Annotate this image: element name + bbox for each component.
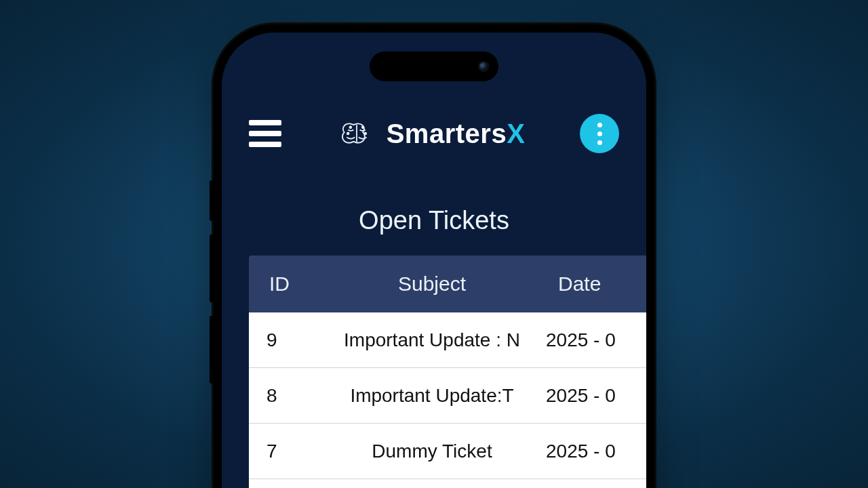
phone-frame: SmartersX Open Tickets ID Subject Date 9…: [214, 24, 654, 488]
table-row[interactable]: 7Dummy Ticket2025 - 0: [249, 424, 646, 479]
table-row[interactable]: 8Important Update:T2025 - 0: [249, 368, 646, 424]
table-header: ID Subject Date: [249, 256, 646, 312]
svg-point-0: [349, 126, 351, 128]
column-header-date: Date: [540, 272, 646, 296]
cell-id: 9: [249, 329, 323, 351]
dots-vertical-icon: [597, 131, 602, 136]
table-body: 9Important Update : N2025 - 08Important …: [249, 312, 646, 488]
app-title-part2: X: [507, 119, 525, 148]
cell-subject: Important Update : N: [323, 329, 540, 351]
section-title: Open Tickets: [222, 206, 646, 235]
tickets-table: ID Subject Date 9Important Update : N202…: [249, 256, 646, 488]
cell-subject: Dummy Ticket: [323, 441, 540, 462]
front-camera: [478, 61, 489, 72]
app-brand: SmartersX: [336, 119, 526, 149]
svg-point-2: [347, 133, 349, 135]
dots-vertical-icon: [597, 123, 602, 127]
svg-point-1: [361, 126, 363, 128]
table-row[interactable]: 9Important Update : N2025 - 0: [249, 312, 646, 368]
side-button: [210, 316, 214, 384]
cell-date: 2025 - 0: [540, 385, 646, 407]
app-title: SmartersX: [387, 119, 526, 149]
phone-screen: SmartersX Open Tickets ID Subject Date 9…: [222, 33, 646, 488]
column-header-id: ID: [249, 272, 323, 296]
cell-id: 7: [249, 441, 323, 462]
app-title-part1: Smarters: [387, 119, 507, 148]
svg-point-3: [364, 133, 366, 135]
side-button: [210, 180, 214, 221]
side-button: [210, 235, 214, 302]
dynamic-island: [370, 52, 498, 81]
table-row[interactable]: 6Dummy Ticket2025 - 0: [249, 479, 646, 488]
cell-date: 2025 - 0: [540, 441, 646, 462]
cell-subject: Important Update:T: [323, 385, 540, 407]
cell-date: 2025 - 0: [540, 329, 646, 351]
brain-icon: [336, 119, 377, 148]
app-header: SmartersX: [222, 33, 646, 153]
column-header-subject: Subject: [323, 272, 540, 296]
hamburger-menu-icon[interactable]: [249, 120, 281, 147]
cell-id: 8: [249, 385, 323, 407]
more-options-button[interactable]: [580, 114, 619, 153]
dots-vertical-icon: [597, 140, 602, 145]
